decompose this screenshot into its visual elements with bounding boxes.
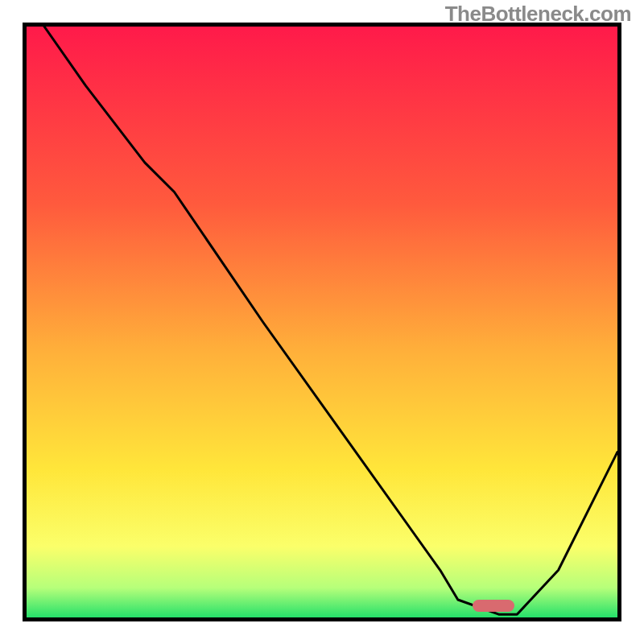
watermark: TheBottleneck.com (445, 2, 631, 27)
plot-area (23, 23, 621, 621)
chart-container: TheBottleneck.com (0, 0, 644, 644)
optimal-marker (473, 600, 514, 612)
bottleneck-curve (27, 27, 617, 617)
